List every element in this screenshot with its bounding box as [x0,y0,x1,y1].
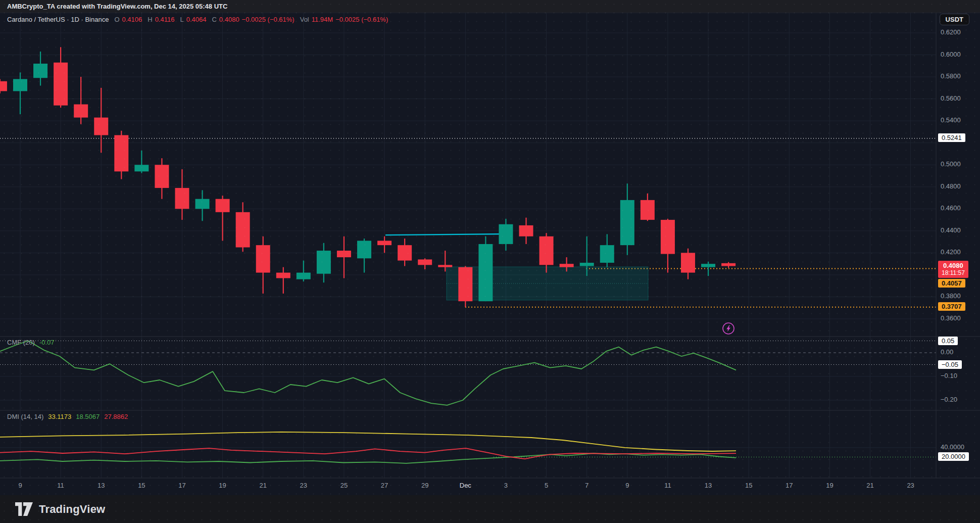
chart-canvas[interactable] [0,0,980,523]
time-tick: Dec [455,482,476,489]
cmf-value: -0.07 [39,339,55,346]
time-tick: 13 [698,482,719,489]
dmi-minus-di-value: 27.8862 [104,413,128,420]
time-tick: 7 [576,482,598,489]
time-tick: 19 [819,482,840,489]
tradingview-logo-icon[interactable] [15,502,33,516]
cmf-tick: 0.00 [941,348,953,356]
volume-value: 11.94M [312,16,333,23]
time-tick: 19 [212,482,233,489]
time-tick: 9 [10,482,31,489]
trendline [385,234,506,235]
time-tick: 25 [333,482,355,489]
price-level-label-orange-upper: 0.4057 [938,279,965,288]
time-tick: 11 [657,482,678,489]
price-tick: 0.5400 [941,116,961,124]
price-tick: 0.6200 [941,28,961,36]
symbol-title[interactable]: Cardano / TetherUS · 1D · Binance [7,16,109,23]
time-tick: 5 [536,482,557,489]
price-tick: 0.3800 [941,292,961,300]
open-value: 0.4106 [122,16,142,23]
attribution-text: AMBCrypto_TA created with TradingView.co… [7,3,227,10]
time-tick: 3 [495,482,516,489]
symbol-legend: Cardano / TetherUS · 1D · Binance O0.410… [7,16,388,23]
cmf-tick: −0.10 [941,372,957,379]
close-label: C [212,16,216,23]
price-tick: 0.4800 [941,182,961,190]
change-value-2: −0.0025 (−0.61%) [335,16,388,23]
time-tick: 23 [900,482,921,489]
time-tick: 15 [738,482,759,489]
cmf-indicator-title[interactable]: CMF (20) -0.07 [7,339,55,346]
cmf-name: CMF (20) [7,339,35,346]
time-tick: 23 [293,482,314,489]
dmi-indicator-title[interactable]: DMI (14, 14) 33.1173 18.5067 27.8862 [7,413,128,420]
time-tick: 17 [778,482,800,489]
gridlines [0,13,936,478]
low-value: 0.4064 [186,16,207,23]
dmi-adx-value: 33.1173 [48,413,71,420]
dmi-tick: 20.0000 [938,452,969,461]
volume-label: Vol [300,16,309,23]
last-price-label: 0.4080 18:11:57 [938,261,968,278]
time-tick: 15 [131,482,152,489]
last-price-value: 0.4080 [942,262,965,269]
dmi-plus-di-value: 18.5067 [76,413,100,420]
time-tick: 29 [414,482,435,489]
cmf-panel [0,341,936,405]
dmi-name: DMI (14, 14) [7,413,43,420]
high-value: 0.4116 [155,16,175,23]
price-tick: 0.6000 [941,51,961,58]
time-tick: 27 [374,482,395,489]
tradingview-wordmark[interactable]: TradingView [39,503,105,516]
cmf-tick: −0.20 [941,396,957,403]
low-label: L [180,16,183,23]
currency-toggle-button[interactable]: USDT [940,14,969,25]
time-tick: 17 [171,482,192,489]
price-tick: 0.5600 [941,94,961,102]
high-label: H [148,16,152,23]
price-tick: 0.3600 [941,314,961,322]
bar-countdown: 18:11:57 [942,269,965,277]
lightning-bolt-icon [721,321,736,336]
price-level-label-white: 0.5241 [938,133,965,142]
time-tick: 21 [253,482,274,489]
dmi-tick: 40.0000 [941,443,964,451]
footer-bar: TradingView [0,495,980,523]
price-level-label-orange-lower: 0.3707 [938,302,965,311]
change-value: −0.0025 (−0.61%) [242,16,295,23]
time-tick: 21 [860,482,881,489]
attribution-bar: AMBCrypto_TA created with TradingView.co… [0,0,980,13]
time-tick: 11 [50,482,71,489]
price-tick: 0.5800 [941,72,961,80]
time-tick: 13 [90,482,112,489]
tradingview-chart-window: AMBCrypto_TA created with TradingView.co… [0,0,980,523]
close-value: 0.4080 [219,16,239,23]
price-tick: 0.4600 [941,204,961,212]
price-tick: 0.5000 [941,160,961,168]
flash-icon[interactable] [721,321,736,336]
zone-box [447,267,648,300]
open-label: O [114,16,119,23]
cmf-tick: −0.05 [938,360,962,369]
cmf-tick: 0.05 [938,337,958,345]
price-tick: 0.4200 [941,248,961,256]
time-tick: 9 [617,482,638,489]
price-tick: 0.4400 [941,226,961,234]
